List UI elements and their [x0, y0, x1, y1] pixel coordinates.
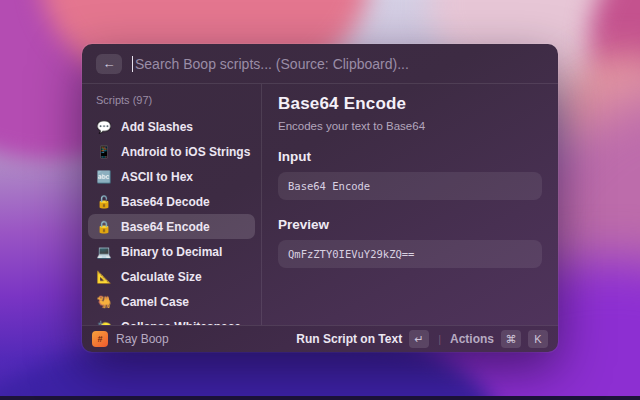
- input-value-box: Base64 Encode: [278, 172, 542, 200]
- sidebar-item-add-slashes[interactable]: 💬 Add Slashes: [88, 114, 255, 139]
- back-button[interactable]: ←: [96, 54, 122, 74]
- scripts-sidebar: Scripts (97) 💬 Add Slashes 📱 Android to …: [82, 84, 262, 325]
- status-bar: # Ray Boop Run Script on Text ↵ | Action…: [82, 325, 558, 352]
- abc-input-icon: 🔤: [96, 170, 112, 184]
- back-arrow-icon: ←: [103, 56, 116, 71]
- section-header: Scripts (97): [88, 92, 255, 114]
- triangular-ruler-icon: 📐: [96, 270, 112, 284]
- laptop-icon: 💻: [96, 245, 112, 259]
- sidebar-item-label: Binary to Decimal: [121, 245, 222, 259]
- sidebar-item-base64-decode[interactable]: 🔓 Base64 Decode: [88, 189, 255, 214]
- locked-padlock-icon: 🔒: [96, 220, 112, 234]
- text-caret: [132, 56, 133, 72]
- sidebar-item-calculate-size[interactable]: 📐 Calculate Size: [88, 264, 255, 289]
- sidebar-item-collapse-whitespace[interactable]: 🧽 Collapse Whitespace: [88, 314, 255, 325]
- boop-app-icon: #: [92, 331, 108, 347]
- statusbar-separator: |: [438, 333, 441, 345]
- preview-value-box: QmFzZTY0IEVuY29kZQ==: [278, 240, 542, 268]
- sidebar-item-label: ASCII to Hex: [121, 170, 193, 184]
- unlocked-padlock-icon: 🔓: [96, 195, 112, 209]
- app-name: Ray Boop: [116, 332, 169, 346]
- sidebar-item-ascii-to-hex[interactable]: 🔤 ASCII to Hex: [88, 164, 255, 189]
- preview-section-label: Preview: [278, 217, 542, 232]
- raycast-window: ← Search Boop scripts... (Source: Clipbo…: [82, 44, 558, 352]
- detail-pane: Base64 Encode Encodes your text to Base6…: [262, 84, 558, 325]
- screen-bottom-strip: [0, 396, 640, 400]
- camel-icon: 🐫: [96, 295, 112, 309]
- mobile-phone-icon: 📱: [96, 145, 112, 159]
- sidebar-item-label: Base64 Encode: [121, 220, 210, 234]
- k-key-icon: K: [528, 330, 548, 348]
- run-script-on-text-button[interactable]: Run Script on Text: [296, 332, 402, 346]
- search-input[interactable]: Search Boop scripts... (Source: Clipboar…: [132, 56, 409, 72]
- input-section-label: Input: [278, 149, 542, 164]
- detail-subtitle: Encodes your text to Base64: [278, 120, 542, 132]
- main-content: Scripts (97) 💬 Add Slashes 📱 Android to …: [82, 84, 558, 325]
- sidebar-item-base64-encode[interactable]: 🔒 Base64 Encode: [88, 214, 255, 239]
- sidebar-item-label: Android to iOS Strings: [121, 145, 250, 159]
- sidebar-item-label: Camel Case: [121, 295, 189, 309]
- speech-balloon-icon: 💬: [96, 120, 112, 134]
- sidebar-item-label: Add Slashes: [121, 120, 193, 134]
- sidebar-item-android-to-ios-strings[interactable]: 📱 Android to iOS Strings: [88, 139, 255, 164]
- search-placeholder: Search Boop scripts... (Source: Clipboar…: [135, 56, 409, 72]
- return-key-icon[interactable]: ↵: [409, 330, 429, 348]
- sidebar-item-label: Calculate Size: [121, 270, 202, 284]
- sidebar-item-camel-case[interactable]: 🐫 Camel Case: [88, 289, 255, 314]
- sidebar-item-binary-to-decimal[interactable]: 💻 Binary to Decimal: [88, 239, 255, 264]
- search-bar: ← Search Boop scripts... (Source: Clipbo…: [82, 44, 558, 84]
- actions-button[interactable]: Actions: [450, 332, 494, 346]
- sidebar-item-label: Base64 Decode: [121, 195, 210, 209]
- boop-icon-glyph: #: [97, 334, 102, 344]
- detail-title: Base64 Encode: [278, 94, 542, 114]
- command-key-icon: ⌘: [501, 330, 521, 348]
- statusbar-actions: Run Script on Text ↵ | Actions ⌘ K: [296, 330, 548, 348]
